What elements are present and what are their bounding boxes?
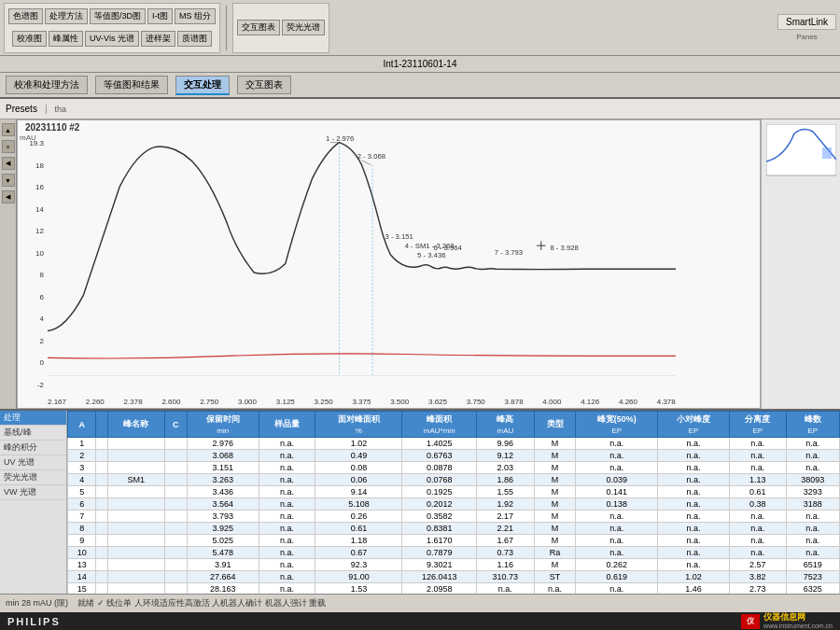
- cell-rt: 3.925: [187, 523, 259, 535]
- cell-num: 2: [68, 450, 96, 462]
- btn-uvvis[interactable]: UV-Vis 光谱: [85, 31, 139, 47]
- cell-sym: n.a.: [658, 511, 730, 523]
- toolbar-group-charts: 色谱图 处理方法 等值图/3D图 I-t图 MS 组分 校准图 峰属性 UV-V…: [4, 3, 220, 53]
- smartlink-button[interactable]: SmartLink: [777, 14, 836, 30]
- data-table-container[interactable]: A 峰名称 C 保留时间min 样品量 面对峰面积% 峰面积mAU*min 峰高…: [67, 411, 840, 594]
- cell-count: n.a.: [786, 450, 839, 462]
- list-item-vw[interactable]: VW 光谱: [0, 485, 66, 500]
- sidebar-icon-2[interactable]: ×: [2, 140, 15, 153]
- svg-text:7 - 3.793: 7 - 3.793: [495, 248, 523, 257]
- table-row[interactable]: 83.925n.a.0.610.83812.21Mn.a.n.a.n.a.n.a…: [68, 523, 840, 535]
- cell-num: 10: [68, 547, 96, 559]
- cell-count: 3293: [786, 486, 839, 498]
- col-sym: 小对峰度EP: [658, 412, 730, 438]
- cell-sep: 0.61: [729, 486, 786, 498]
- cell-rt: 27.664: [187, 571, 259, 583]
- cell-type: M: [534, 535, 576, 547]
- btn-chromatogram[interactable]: 色谱图: [8, 8, 43, 24]
- col-area: 峰面积mAU*min: [402, 412, 477, 438]
- cell-rt: 3.151: [187, 462, 259, 474]
- cell-type: M: [534, 474, 576, 486]
- btn-props[interactable]: 峰属性: [49, 31, 83, 47]
- btn-it[interactable]: I-t图: [147, 8, 173, 24]
- cell-sym: 1.46: [658, 583, 730, 595]
- sidebar-icon-5[interactable]: ◀: [2, 190, 15, 203]
- cell-rt: 28.163: [187, 583, 259, 595]
- cell-sep: 0.38: [729, 498, 786, 511]
- y-label-2: 16: [35, 183, 44, 191]
- cell-width: n.a.: [576, 523, 658, 535]
- cell-sym: n.a.: [658, 498, 730, 511]
- col-sample: 样品量: [259, 412, 315, 438]
- cell-width: n.a.: [576, 547, 658, 559]
- cell-area: 2.0958: [402, 583, 477, 595]
- col-rt: 保留时间min: [187, 412, 259, 438]
- table-row[interactable]: 133.91n.a.92.39.30211.16M0.262n.a.2.5765…: [68, 559, 840, 571]
- btn-fluor[interactable]: 荧光光谱: [282, 20, 325, 35]
- x-label-8: 3.375: [352, 398, 371, 406]
- btn-ms[interactable]: MS 组分: [175, 8, 216, 24]
- cell-area: 0.2012: [402, 498, 477, 511]
- list-item-processing[interactable]: 处理: [0, 411, 66, 426]
- table-row[interactable]: 12.976n.a.1.021.40259.96Mn.a.n.a.n.a.n.a…: [68, 438, 840, 450]
- cell-sym: n.a.: [658, 450, 730, 462]
- table-row[interactable]: 63.564n.a.5.1080.20121.92M0.138n.a.0.383…: [68, 498, 840, 511]
- cell-pct: 1.02: [315, 438, 402, 450]
- list-item-uv[interactable]: UV 光谱: [0, 455, 66, 470]
- table-row[interactable]: 95.025n.a.1.181.61701.67Mn.a.n.a.n.a.n.a…: [68, 535, 840, 547]
- table-row[interactable]: 33.151n.a.0.080.08782.03Mn.a.n.a.n.a.n.a…: [68, 462, 840, 474]
- table-row[interactable]: 1427.664n.a.91.00126.0413310.73ST0.6191.…: [68, 571, 840, 583]
- logo-icon: 仪: [741, 614, 760, 629]
- cell-sep: n.a.: [729, 511, 786, 523]
- tab-contour-results[interactable]: 等值图和结果: [95, 76, 168, 94]
- table-row[interactable]: 105.478n.a.0.670.78790.73Ran.a.n.a.n.a.n…: [68, 547, 840, 559]
- tab-interactive-processing[interactable]: 交互处理: [175, 76, 230, 95]
- x-label-12: 3.878: [505, 398, 524, 406]
- col-width: 峰宽(50%)EP: [576, 412, 658, 438]
- cell-rt: 5.478: [187, 547, 259, 559]
- btn-interact[interactable]: 交互图表: [237, 20, 280, 35]
- table-row[interactable]: 4SM13.263n.a.0.060.07681.86M0.039n.a.1.1…: [68, 474, 840, 486]
- btn-3d[interactable]: 等值图/3D图: [90, 8, 146, 24]
- table-row[interactable]: 1528.163n.a.1.532.0958n.a.n.a.n.a.1.462.…: [68, 583, 840, 595]
- brand-logo-text: 仪器信息网: [763, 613, 833, 623]
- x-label-6: 3.125: [276, 398, 295, 406]
- btn-mass[interactable]: 质谱图: [177, 31, 212, 47]
- table-row[interactable]: 73.793n.a.0.260.35822.17Mn.a.n.a.n.a.n.a…: [68, 511, 840, 523]
- list-item-baseline[interactable]: 基线/峰: [0, 426, 66, 441]
- cell-sym: n.a.: [658, 486, 730, 498]
- cell-sep: n.a.: [729, 523, 786, 535]
- cell-b-num: [96, 486, 108, 498]
- tab-calib-method[interactable]: 校准和处理方法: [6, 76, 88, 94]
- btn-processing[interactable]: 处理方法: [45, 8, 88, 24]
- sidebar-icon-1[interactable]: ▲: [2, 123, 15, 136]
- sidebar-icon-4[interactable]: ▼: [2, 174, 15, 187]
- cell-count: 7523: [786, 571, 839, 583]
- presets-divider: |: [45, 104, 48, 114]
- tab-interactive-chart[interactable]: 交互图表: [237, 76, 291, 94]
- table-row[interactable]: 53.436n.a.9.140.19251.55M0.141n.a.0.6132…: [68, 486, 840, 498]
- sidebar-icon-3[interactable]: ◀: [2, 157, 15, 170]
- cell-pct: 0.61: [315, 523, 402, 535]
- cell-num: 4: [68, 474, 96, 486]
- chart-svg[interactable]: 1 - 2.976 2 - 3.068 3 - 3.151 4 - SM1 - …: [48, 133, 676, 376]
- svg-line-10: [362, 161, 371, 165]
- list-item-fluor[interactable]: 荧光光谱: [0, 470, 66, 485]
- cell-sym: n.a.: [658, 547, 730, 559]
- cell-pct: 91.00: [315, 571, 402, 583]
- cell-type: M: [534, 511, 576, 523]
- presets-bar: Presets | tha: [0, 99, 840, 119]
- btn-inject[interactable]: 进样架: [141, 31, 175, 47]
- x-label-5: 3.000: [238, 398, 257, 406]
- y-label-4: 12: [35, 227, 44, 235]
- cell-sep: n.a.: [729, 450, 786, 462]
- y-label-7: 6: [40, 293, 44, 301]
- btn-calib[interactable]: 校准图: [12, 31, 47, 47]
- cell-num: 15: [68, 583, 96, 595]
- status-bar: min 28 mAU (限) 就绪 ✓ 线位单 人环境适应性高激活 人机器人确计…: [0, 594, 840, 612]
- table-row[interactable]: 23.068n.a.0.490.67639.12Mn.a.n.a.n.a.n.a…: [68, 450, 840, 462]
- cell-width: n.a.: [576, 535, 658, 547]
- list-item-peak-integrate[interactable]: 峰的积分: [0, 441, 66, 455]
- cell-c: [164, 559, 187, 571]
- x-label-14: 4.126: [581, 398, 599, 406]
